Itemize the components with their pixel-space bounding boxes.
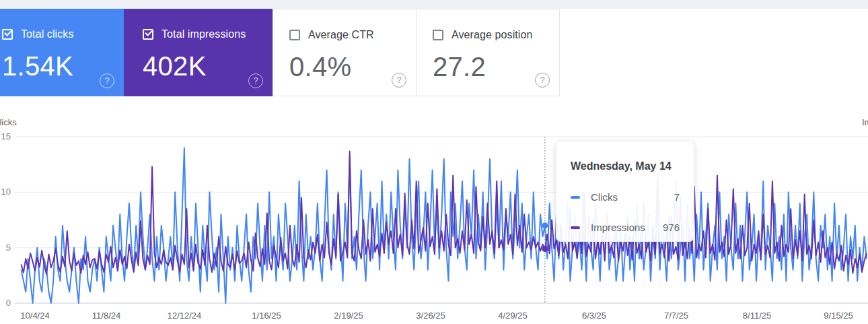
x-axis-tick-label: 3/26/25	[416, 311, 445, 321]
metric-card-total-clicks[interactable]: Total clicks 1.54K ?	[0, 9, 124, 96]
tooltip-series-label: Impressions	[591, 222, 645, 233]
performance-line-chart[interactable]: Clicks Impressions 151050 10/4/2411/8/24…	[0, 101, 868, 324]
metric-card-total-impressions[interactable]: Total impressions 402K ?	[124, 9, 273, 96]
metric-card-label: Total impressions	[161, 28, 246, 40]
x-axis-tick-label: 1/16/25	[252, 311, 281, 321]
checkbox-unchecked-icon[interactable]	[433, 30, 443, 40]
search-console-performance-page: Total clicks 1.54K ? Total impressions 4…	[0, 0, 868, 324]
tooltip-date-title: Wednesday, May 14	[571, 160, 680, 172]
x-axis-tick-label: 11/8/24	[92, 311, 120, 321]
chart-tooltip: Wednesday, May 14 Clicks 7 Impressions 9…	[556, 141, 694, 242]
tooltip-row-impressions: Impressions 976	[571, 222, 680, 233]
x-axis-tick-label: 7/7/25	[664, 311, 688, 321]
x-axis-tick-label: 6/3/25	[582, 311, 606, 321]
checkbox-checked-icon[interactable]	[2, 29, 13, 40]
metric-card-average-position[interactable]: Average position 27.2 ?	[416, 9, 560, 96]
y-axis-tick-label: 5	[0, 242, 11, 253]
clicks-hover-dot	[542, 222, 548, 228]
tooltip-series-value: 7	[674, 191, 680, 203]
metric-card-label: Average CTR	[308, 29, 374, 41]
help-icon[interactable]: ?	[392, 73, 406, 88]
help-icon[interactable]: ?	[248, 73, 263, 88]
x-axis-tick-label: 10/4/24	[20, 311, 49, 321]
impressions-series-swatch-icon	[571, 226, 580, 229]
tooltip-series-value: 976	[663, 222, 680, 233]
impressions-hover-dot	[542, 246, 548, 252]
y-axis-tick-label: 0	[0, 298, 11, 308]
help-icon[interactable]: ?	[100, 73, 114, 88]
checkbox-unchecked-icon[interactable]	[289, 30, 300, 40]
y-axis-tick-label: 10	[0, 187, 11, 197]
x-axis-tick-label: 4/29/25	[498, 311, 527, 321]
x-axis-tick-label: 12/12/24	[168, 311, 202, 321]
clicks-series-swatch-icon	[571, 196, 580, 199]
checkbox-checked-icon[interactable]	[143, 29, 153, 40]
clicks-line	[22, 148, 867, 304]
x-axis-tick-label: 9/15/25	[824, 311, 853, 321]
tooltip-row-clicks: Clicks 7	[571, 191, 680, 203]
y-axis-tick-label: 15	[0, 131, 11, 141]
x-axis-tick-label: 2/19/25	[334, 311, 363, 321]
x-axis-tick-label: 8/11/25	[743, 311, 771, 321]
help-icon[interactable]: ?	[535, 73, 550, 88]
metric-card-label: Total clicks	[21, 28, 74, 40]
page-background-strip	[0, 0, 868, 9]
metric-card-average-ctr[interactable]: Average CTR 0.4% ?	[273, 9, 417, 96]
metric-card-label: Average position	[451, 29, 533, 41]
chart-plot-svg	[0, 101, 868, 324]
tooltip-series-label: Clicks	[591, 191, 618, 203]
